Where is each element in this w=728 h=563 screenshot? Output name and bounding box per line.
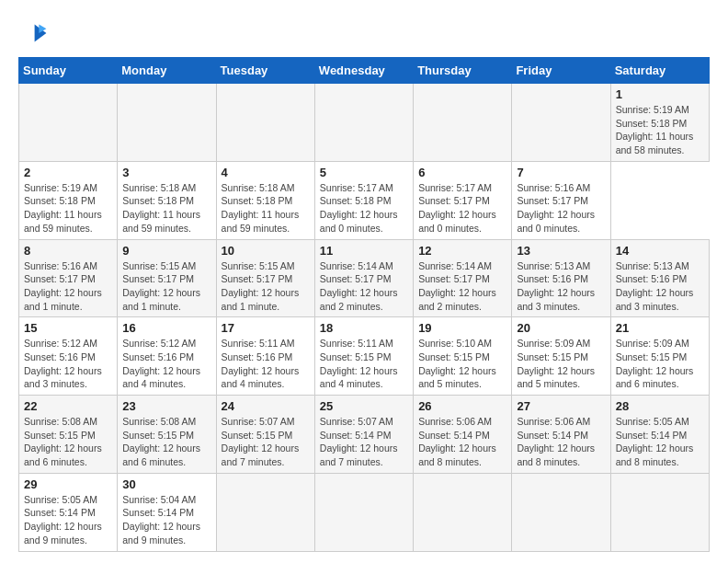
day-info: Sunrise: 5:19 AMSunset: 5:18 PMDaylight:… (24, 181, 112, 236)
calendar-table: SundayMondayTuesdayWednesdayThursdayFrid… (18, 57, 710, 552)
day-number: 14 (616, 244, 704, 258)
day-info: Sunrise: 5:08 AMSunset: 5:15 PMDaylight:… (122, 415, 210, 469)
day-info: Sunrise: 5:17 AMSunset: 5:17 PMDaylight:… (418, 181, 506, 236)
day-number: 23 (122, 399, 210, 413)
day-info: Sunrise: 5:04 AMSunset: 5:14 PMDaylight:… (122, 493, 210, 547)
day-info: Sunrise: 5:13 AMSunset: 5:16 PMDaylight:… (616, 259, 704, 314)
day-info: Sunrise: 5:10 AMSunset: 5:15 PMDaylight:… (418, 337, 506, 391)
day-number: 5 (320, 166, 408, 179)
calendar-cell (512, 84, 610, 162)
day-info: Sunrise: 5:12 AMSunset: 5:16 PMDaylight:… (122, 337, 210, 391)
col-header-wednesday: Wednesday (314, 58, 413, 84)
day-number: 2 (24, 166, 112, 179)
calendar-cell: 5Sunrise: 5:17 AMSunset: 5:18 PMDaylight… (314, 161, 413, 239)
week-row-6: 29Sunrise: 5:05 AMSunset: 5:14 PMDayligh… (19, 473, 710, 551)
calendar-cell: 6Sunrise: 5:17 AMSunset: 5:17 PMDaylight… (414, 161, 512, 239)
day-number: 4 (222, 166, 310, 179)
calendar-cell: 27Sunrise: 5:06 AMSunset: 5:14 PMDayligh… (512, 396, 610, 474)
day-number: 26 (418, 399, 506, 413)
calendar-cell: 20Sunrise: 5:09 AMSunset: 5:15 PMDayligh… (512, 317, 610, 396)
header-row: SundayMondayTuesdayWednesdayThursdayFrid… (19, 58, 710, 84)
logo-icon (18, 18, 48, 48)
col-header-saturday: Saturday (610, 58, 709, 84)
day-number: 10 (222, 244, 310, 258)
week-row-5: 22Sunrise: 5:08 AMSunset: 5:15 PMDayligh… (19, 396, 710, 474)
calendar-cell: 10Sunrise: 5:15 AMSunset: 5:17 PMDayligh… (216, 239, 314, 317)
calendar-cell: 22Sunrise: 5:08 AMSunset: 5:15 PMDayligh… (19, 396, 118, 474)
week-row-3: 8Sunrise: 5:16 AMSunset: 5:17 PMDaylight… (19, 239, 710, 317)
day-number: 29 (24, 477, 112, 491)
calendar-cell (414, 84, 512, 162)
calendar-cell: 28Sunrise: 5:05 AMSunset: 5:14 PMDayligh… (610, 396, 709, 474)
calendar-cell (512, 473, 610, 551)
calendar-cell (118, 84, 216, 162)
day-number: 7 (517, 166, 605, 179)
calendar-cell (414, 473, 512, 551)
day-info: Sunrise: 5:11 AMSunset: 5:15 PMDaylight:… (320, 337, 408, 391)
day-info: Sunrise: 5:18 AMSunset: 5:18 PMDaylight:… (122, 181, 210, 236)
calendar-cell: 23Sunrise: 5:08 AMSunset: 5:15 PMDayligh… (118, 396, 216, 474)
calendar-cell (19, 84, 118, 162)
day-number: 18 (320, 321, 408, 335)
day-info: Sunrise: 5:06 AMSunset: 5:14 PMDaylight:… (418, 415, 506, 469)
calendar-cell: 30Sunrise: 5:04 AMSunset: 5:14 PMDayligh… (118, 473, 216, 551)
day-number: 6 (418, 166, 506, 179)
col-header-monday: Monday (118, 58, 216, 84)
calendar-cell (610, 473, 709, 551)
day-number: 28 (616, 399, 704, 413)
day-number: 3 (122, 166, 210, 179)
day-number: 25 (320, 399, 408, 413)
calendar-header: SundayMondayTuesdayWednesdayThursdayFrid… (19, 58, 710, 84)
logo (18, 18, 51, 48)
calendar-cell: 3Sunrise: 5:18 AMSunset: 5:18 PMDaylight… (118, 161, 216, 239)
day-info: Sunrise: 5:15 AMSunset: 5:17 PMDaylight:… (122, 259, 210, 314)
col-header-thursday: Thursday (414, 58, 512, 84)
calendar-cell: 11Sunrise: 5:14 AMSunset: 5:17 PMDayligh… (314, 239, 413, 317)
day-number: 8 (24, 244, 112, 258)
calendar-cell: 19Sunrise: 5:10 AMSunset: 5:15 PMDayligh… (414, 317, 512, 396)
week-row-1: 1Sunrise: 5:19 AMSunset: 5:18 PMDaylight… (19, 84, 710, 162)
day-number: 21 (616, 321, 704, 335)
col-header-sunday: Sunday (19, 58, 118, 84)
calendar-cell: 8Sunrise: 5:16 AMSunset: 5:17 PMDaylight… (19, 239, 118, 317)
calendar-cell: 12Sunrise: 5:14 AMSunset: 5:17 PMDayligh… (414, 239, 512, 317)
day-info: Sunrise: 5:13 AMSunset: 5:16 PMDaylight:… (517, 259, 605, 314)
calendar-body: 1Sunrise: 5:19 AMSunset: 5:18 PMDaylight… (19, 84, 710, 552)
calendar-cell: 4Sunrise: 5:18 AMSunset: 5:18 PMDaylight… (216, 161, 314, 239)
day-number: 20 (517, 321, 605, 335)
day-info: Sunrise: 5:16 AMSunset: 5:17 PMDaylight:… (517, 181, 605, 236)
day-info: Sunrise: 5:19 AMSunset: 5:18 PMDaylight:… (616, 103, 704, 157)
week-row-2: 2Sunrise: 5:19 AMSunset: 5:18 PMDaylight… (19, 161, 710, 239)
day-info: Sunrise: 5:09 AMSunset: 5:15 PMDaylight:… (616, 337, 704, 391)
calendar-cell: 7Sunrise: 5:16 AMSunset: 5:17 PMDaylight… (512, 161, 610, 239)
calendar-cell: 18Sunrise: 5:11 AMSunset: 5:15 PMDayligh… (314, 317, 413, 396)
day-info: Sunrise: 5:14 AMSunset: 5:17 PMDaylight:… (418, 259, 506, 314)
calendar-cell: 14Sunrise: 5:13 AMSunset: 5:16 PMDayligh… (610, 239, 709, 317)
week-row-4: 15Sunrise: 5:12 AMSunset: 5:16 PMDayligh… (19, 317, 710, 396)
day-info: Sunrise: 5:11 AMSunset: 5:16 PMDaylight:… (222, 337, 310, 391)
day-number: 24 (222, 399, 310, 413)
calendar-cell: 21Sunrise: 5:09 AMSunset: 5:15 PMDayligh… (610, 317, 709, 396)
day-info: Sunrise: 5:09 AMSunset: 5:15 PMDaylight:… (517, 337, 605, 391)
day-number: 12 (418, 244, 506, 258)
col-header-tuesday: Tuesday (216, 58, 314, 84)
day-info: Sunrise: 5:12 AMSunset: 5:16 PMDaylight:… (24, 337, 112, 391)
calendar-cell: 16Sunrise: 5:12 AMSunset: 5:16 PMDayligh… (118, 317, 216, 396)
day-info: Sunrise: 5:07 AMSunset: 5:14 PMDaylight:… (320, 415, 408, 469)
calendar-cell: 24Sunrise: 5:07 AMSunset: 5:15 PMDayligh… (216, 396, 314, 474)
day-info: Sunrise: 5:18 AMSunset: 5:18 PMDaylight:… (222, 181, 310, 236)
day-info: Sunrise: 5:14 AMSunset: 5:17 PMDaylight:… (320, 259, 408, 314)
calendar-cell: 9Sunrise: 5:15 AMSunset: 5:17 PMDaylight… (118, 239, 216, 317)
day-number: 1 (616, 87, 704, 101)
day-number: 17 (222, 321, 310, 335)
day-info: Sunrise: 5:05 AMSunset: 5:14 PMDaylight:… (616, 415, 704, 469)
day-number: 9 (122, 244, 210, 258)
day-number: 30 (122, 477, 210, 491)
day-info: Sunrise: 5:15 AMSunset: 5:17 PMDaylight:… (222, 259, 310, 314)
day-number: 22 (24, 399, 112, 413)
calendar-cell: 1Sunrise: 5:19 AMSunset: 5:18 PMDaylight… (610, 84, 709, 162)
calendar-cell: 2Sunrise: 5:19 AMSunset: 5:18 PMDaylight… (19, 161, 118, 239)
calendar-cell: 29Sunrise: 5:05 AMSunset: 5:14 PMDayligh… (19, 473, 118, 551)
day-number: 19 (418, 321, 506, 335)
calendar-cell (216, 84, 314, 162)
